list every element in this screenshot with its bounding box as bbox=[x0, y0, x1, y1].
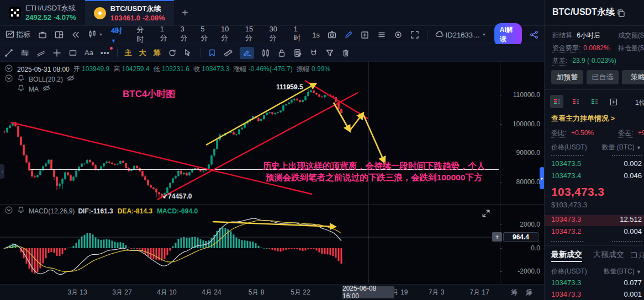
analysis-note-line2: 预测会跌到笔者之前说过的下跌三浪，会跌到100000下方 bbox=[251, 172, 497, 183]
timeframe-30分[interactable]: 30分 bbox=[270, 25, 284, 45]
tab-eth-usdt[interactable]: ETH/USDT永续 2492.52 -4.07% bbox=[0, 0, 85, 25]
book-row[interactable]: 103473.40.046 bbox=[545, 172, 644, 183]
collapse-chevron-icon[interactable] bbox=[4, 206, 13, 216]
bookmark-tool[interactable] bbox=[208, 49, 217, 57]
timeframe-1分[interactable]: 1分 bbox=[160, 25, 171, 45]
timeframe-1s[interactable]: 1s bbox=[312, 31, 320, 39]
collapse-chevron-icon[interactable] bbox=[4, 74, 13, 84]
collapse-chevron-icon[interactable] bbox=[4, 64, 13, 74]
refresh-tool[interactable] bbox=[168, 49, 177, 57]
main-chart-toggle[interactable]: 主 bbox=[125, 48, 132, 58]
macd-indicator-row: MACD(12,26,9) DIF:-1161.3DEA:-814.3MACD:… bbox=[4, 206, 198, 216]
ohlc-field: 高 104259.4 bbox=[113, 65, 149, 74]
drawing-bar-collapse-handle[interactable]: ‹ bbox=[0, 164, 4, 179]
new-pane-button[interactable] bbox=[361, 30, 369, 39]
share-button[interactable] bbox=[530, 30, 539, 39]
timeframe-3分[interactable]: 3分 bbox=[180, 25, 191, 45]
candle-pattern-tool[interactable] bbox=[261, 49, 270, 57]
rectangle-tool[interactable] bbox=[68, 49, 77, 57]
book-row[interactable]: 103473.20.004 bbox=[545, 227, 644, 238]
copy-symbol-icon[interactable] bbox=[616, 9, 625, 19]
eye-off-icon[interactable] bbox=[66, 74, 75, 84]
screenshot-button[interactable] bbox=[328, 30, 336, 39]
trade-row[interactable]: 103473.30.077 bbox=[545, 278, 644, 290]
book-asks-icon[interactable] bbox=[569, 95, 582, 108]
ai-analysis-button[interactable]: AI解读 bbox=[494, 23, 522, 46]
panel-button-策略[interactable]: 策略 bbox=[622, 70, 644, 84]
trend-line-tool[interactable] bbox=[4, 49, 13, 57]
book-both-icon[interactable] bbox=[550, 95, 563, 108]
notification-dot bbox=[110, 47, 113, 50]
time-tick: 3月 13 bbox=[67, 288, 87, 297]
cursor-tool[interactable] bbox=[184, 49, 193, 57]
ruler-tool[interactable] bbox=[224, 49, 233, 57]
decimal-precision-selector[interactable]: 1位 bbox=[635, 98, 644, 108]
text-tool[interactable]: Aa bbox=[85, 49, 93, 57]
panel-divider bbox=[545, 245, 644, 246]
layout-button[interactable] bbox=[55, 30, 64, 39]
macd-crosshair-add-button[interactable]: + bbox=[492, 232, 502, 242]
ma-indicator-row: MA bbox=[17, 84, 51, 94]
strategy-case-button[interactable] bbox=[38, 30, 47, 39]
trash-icon bbox=[341, 49, 350, 57]
ratio-label: 委比: bbox=[551, 129, 566, 138]
time-axis[interactable]: 3月 133月 274月 104月 245月 85月 22月 197月 37月 … bbox=[0, 284, 544, 300]
fullscreen-button[interactable] bbox=[410, 30, 419, 39]
trades-qty-header[interactable]: 数量(BTC) ▼ bbox=[604, 267, 641, 276]
axis-toggle-爆[interactable]: 爆 bbox=[526, 288, 532, 297]
trade-tab-最新成交[interactable]: 最新成交 bbox=[551, 250, 582, 260]
eye-off-icon[interactable] bbox=[42, 84, 51, 94]
candle-style-button[interactable]: ▼ bbox=[88, 30, 103, 40]
book-bids-icon[interactable] bbox=[588, 95, 601, 108]
tab-bar: ETH/USDT永续 2492.52 -4.07% BTC/USDT永续 103… bbox=[0, 0, 544, 26]
timeframe-5分[interactable]: 5分 bbox=[200, 25, 212, 45]
alert-bell-icon[interactable] bbox=[17, 74, 25, 84]
macd-pane-expand-icon[interactable] bbox=[482, 209, 490, 219]
cloud-workspace-button[interactable]: ID21633…▼ bbox=[435, 30, 487, 40]
magnet-button[interactable] bbox=[309, 49, 318, 57]
cross-line-tool[interactable] bbox=[52, 49, 61, 57]
axis-toggle-筹[interactable]: 筹 bbox=[511, 288, 518, 297]
trade-row[interactable]: 103473.30.001 bbox=[545, 290, 644, 300]
candle2-icon bbox=[261, 49, 270, 57]
lock-drawings-button[interactable] bbox=[277, 49, 286, 57]
book-row[interactable]: 103473.312.512 bbox=[545, 215, 644, 226]
trades-filter-checkbox[interactable]: 只 bbox=[631, 251, 644, 260]
list-settings-button[interactable] bbox=[377, 30, 386, 39]
panel-symbol-title: BTC/USDT永续 bbox=[552, 7, 615, 18]
timeframe-分时[interactable]: 分时 bbox=[136, 25, 150, 45]
alert-bell-icon[interactable] bbox=[17, 206, 25, 216]
large-text-toggle[interactable]: 大 bbox=[139, 48, 146, 58]
parallel-line-tool[interactable] bbox=[36, 49, 45, 57]
book-custom-icon[interactable] bbox=[606, 95, 620, 108]
book-row[interactable]: 103473.50.002 bbox=[545, 159, 644, 170]
chips-toggle[interactable]: 筹 bbox=[154, 48, 161, 58]
panel-button-加预警[interactable]: 加预警 bbox=[551, 70, 583, 84]
timeframe-4h[interactable]: 4时 ▼ bbox=[111, 26, 129, 44]
timeframe-15分[interactable]: 15分 bbox=[245, 25, 260, 45]
freehand-draw-tool[interactable] bbox=[240, 47, 254, 59]
draw-button[interactable] bbox=[344, 30, 353, 39]
panel-button-已自选[interactable]: 已自选 bbox=[587, 70, 619, 84]
timeframe-list: 分时1分3分5分10分15分30分1时 bbox=[136, 25, 304, 45]
delete-drawings-button[interactable] bbox=[341, 49, 350, 57]
horizontal-ray-tool[interactable] bbox=[20, 49, 29, 57]
add-tab-button[interactable]: + bbox=[174, 0, 196, 25]
toolbar-divider bbox=[117, 49, 118, 57]
chart-settings-button[interactable] bbox=[394, 30, 403, 39]
notes-button[interactable] bbox=[293, 49, 302, 57]
trade-tab-大额成交[interactable]: 大额成交 bbox=[593, 250, 624, 260]
more-tools-button[interactable]: ••• bbox=[101, 49, 110, 57]
main-orders-link[interactable]: 查看主力挂单情况 > bbox=[551, 114, 615, 124]
doc-icon bbox=[293, 49, 302, 57]
alert-bell-icon[interactable] bbox=[17, 84, 25, 94]
indicators-button[interactable]: 指标 bbox=[6, 30, 30, 40]
timeframe-10分[interactable]: 10分 bbox=[221, 25, 236, 45]
replay-button[interactable] bbox=[71, 30, 80, 39]
timeframe-1时[interactable]: 1时 bbox=[293, 25, 304, 45]
frameplus-icon bbox=[361, 30, 369, 39]
tab-btc-usdt[interactable]: BTC/USDT永续 103461.0 -2.08% bbox=[85, 0, 174, 25]
book-qty-header[interactable]: 数量 (BTC) ▼ bbox=[601, 143, 641, 152]
filter-drawings-button[interactable] bbox=[325, 49, 334, 57]
pane-divider[interactable] bbox=[0, 204, 544, 205]
